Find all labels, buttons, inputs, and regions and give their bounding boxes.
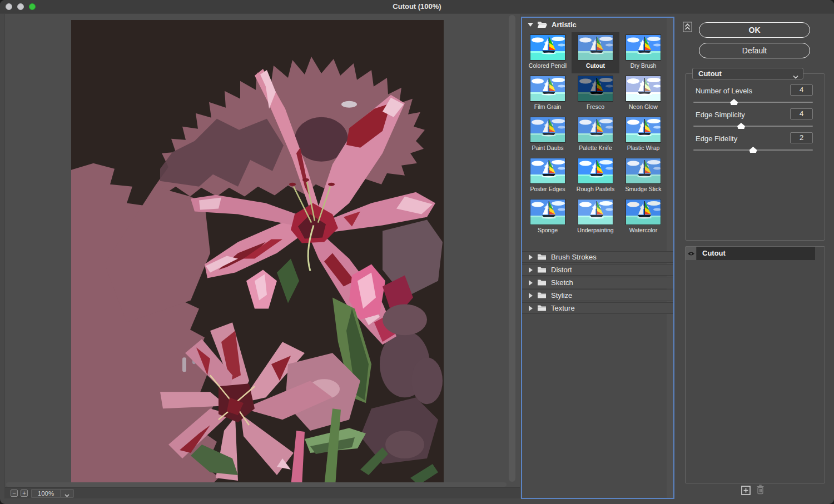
slider-row-edge-fidelity: Edge Fidelity2 (686, 134, 825, 158)
slider-list: Number of Levels4Edge Simplicity4Edge Fi… (686, 86, 825, 158)
filter-thumb-watercolor[interactable]: Watercolor (619, 197, 667, 238)
folder-closed-icon (537, 266, 547, 273)
zoom-level-dropdown[interactable] (60, 489, 74, 498)
effect-layer-name: Cutout (697, 247, 815, 260)
effect-layer-rows: Cutout (686, 247, 825, 260)
folder-label: Brush Strokes (551, 253, 597, 261)
filter-thumb-label: Rough Pastels (577, 186, 614, 192)
folder-artistic-label: Artistic (552, 21, 577, 29)
filter-thumb-colored-pencil[interactable]: Colored Pencil (524, 32, 572, 73)
filter-thumb-rough-pastels[interactable]: Rough Pastels (572, 156, 619, 197)
filter-thumb-sponge[interactable]: Sponge (524, 197, 572, 238)
folder-distort[interactable]: Distort (522, 264, 673, 276)
filter-thumb-label: Film Grain (534, 103, 561, 110)
triangle-collapsed-icon (529, 267, 533, 273)
filter-thumb-label: Dry Brush (631, 62, 657, 69)
filter-thumb-label: Palette Knife (579, 144, 612, 151)
preview-vertical-scrollbar[interactable] (509, 15, 515, 482)
preview-pane: − + 100% (4, 14, 520, 498)
delete-effect-layer-button[interactable] (755, 485, 766, 496)
filter-thumb-label: Underpainting (577, 227, 613, 233)
ok-button[interactable]: OK (699, 22, 810, 38)
filter-thumb-film-grain[interactable]: Film Grain (524, 73, 572, 114)
slider-row-number-of-levels: Number of Levels4 (686, 86, 825, 110)
triangle-collapsed-icon (529, 280, 533, 286)
filter-thumb-label: Fresco (587, 103, 604, 110)
folder-closed-icon (537, 292, 547, 299)
folder-stylize[interactable]: Stylize (522, 290, 673, 301)
new-effect-layer-button[interactable] (741, 486, 751, 495)
slider-track[interactable] (693, 126, 813, 127)
folder-brush-strokes[interactable]: Brush Strokes (522, 251, 673, 263)
triangle-expanded-icon (528, 23, 533, 27)
zoom-level-value[interactable]: 100% (31, 489, 60, 498)
chevron-down-icon (64, 494, 70, 497)
folder-closed-icon (537, 305, 547, 312)
filter-thumbnail-grid: Colored PencilCutoutDry BrushFilm GrainF… (522, 32, 673, 238)
filter-thumbnail-image (626, 117, 661, 143)
zoom-in-button[interactable]: + (21, 490, 28, 497)
filter-thumb-palette-knife[interactable]: Palette Knife (572, 114, 619, 156)
filter-thumb-dry-brush[interactable]: Dry Brush (619, 32, 667, 73)
filter-thumbnail-image (530, 158, 565, 184)
zoom-out-button[interactable]: − (11, 490, 18, 497)
double-chevron-up-icon (683, 22, 692, 32)
filter-thumbnail-image (530, 34, 565, 61)
effect-layers-panel: Cutout (685, 246, 825, 483)
filter-thumbnail-image (530, 76, 565, 102)
slider-label: Number of Levels (696, 87, 752, 95)
effect-layer-row[interactable]: Cutout (686, 247, 825, 260)
folder-label: Texture (551, 304, 575, 312)
filter-thumb-label: Paint Daubs (532, 144, 563, 151)
chevron-down-icon (793, 71, 798, 82)
window-title: Cutout (100%) (0, 0, 834, 13)
filter-thumb-label: Colored Pencil (529, 62, 567, 69)
preview-statusbar: − + 100% (5, 487, 520, 498)
filter-thumb-label: Watercolor (629, 227, 657, 233)
filter-thumbnail-image (578, 199, 613, 225)
filter-thumb-label: Cutout (586, 62, 605, 69)
filter-list-pane: Artistic Colored PencilCutoutDry BrushFi… (521, 17, 674, 499)
default-button[interactable]: Default (699, 43, 810, 58)
filter-thumbnail-image (578, 158, 613, 184)
filter-select[interactable]: Cutout (692, 68, 803, 79)
slider-value-box[interactable]: 4 (790, 108, 813, 119)
slider-track[interactable] (693, 102, 813, 103)
filter-thumb-fresco[interactable]: Fresco (572, 73, 619, 114)
filter-thumb-cutout[interactable]: Cutout (572, 32, 619, 73)
folder-texture[interactable]: Texture (522, 302, 673, 314)
preview-horizontal-scrollbar[interactable] (6, 482, 507, 487)
filter-thumb-paint-daubs[interactable]: Paint Daubs (524, 114, 572, 156)
slider-value-box[interactable]: 4 (790, 84, 813, 96)
folder-artistic-header[interactable]: Artistic (522, 18, 673, 31)
trash-icon (756, 485, 765, 495)
filter-thumb-smudge-stick[interactable]: Smudge Stick (619, 156, 667, 197)
folder-closed-icon (537, 279, 547, 286)
filter-thumbnail-image (626, 76, 661, 102)
filter-thumb-poster-edges[interactable]: Poster Edges (524, 156, 572, 197)
collapsed-folder-list: Brush StrokesDistortSketchStylizeTexture (522, 251, 673, 314)
slider-thumb[interactable] (730, 99, 738, 105)
slider-label: Edge Fidelity (696, 134, 737, 143)
filter-thumb-label: Smudge Stick (626, 186, 662, 192)
slider-track[interactable] (693, 149, 813, 151)
collapse-thumbnails-button[interactable] (683, 22, 692, 32)
filter-thumb-label: Poster Edges (530, 186, 565, 192)
filter-thumb-label: Plastic Wrap (627, 144, 660, 151)
filter-thumb-neon-glow[interactable]: Neon Glow (619, 73, 667, 114)
filter-select-value: Cutout (698, 69, 722, 78)
preview-image[interactable] (71, 20, 444, 486)
layer-visibility-toggle[interactable] (686, 247, 697, 260)
filter-thumb-underpainting[interactable]: Underpainting (572, 197, 619, 238)
triangle-collapsed-icon (529, 255, 533, 260)
folder-sketch[interactable]: Sketch (522, 277, 673, 288)
filter-thumb-plastic-wrap[interactable]: Plastic Wrap (619, 114, 667, 156)
filter-thumbnail-image (530, 117, 565, 143)
slider-thumb[interactable] (749, 147, 757, 153)
filter-thumbnail-image (626, 199, 661, 225)
slider-value-box[interactable]: 2 (790, 132, 813, 143)
slider-thumb[interactable] (737, 123, 745, 129)
folder-label: Stylize (551, 291, 572, 300)
titlebar[interactable]: Cutout (100%) (0, 0, 834, 13)
filter-thumb-label: Sponge (538, 227, 558, 233)
